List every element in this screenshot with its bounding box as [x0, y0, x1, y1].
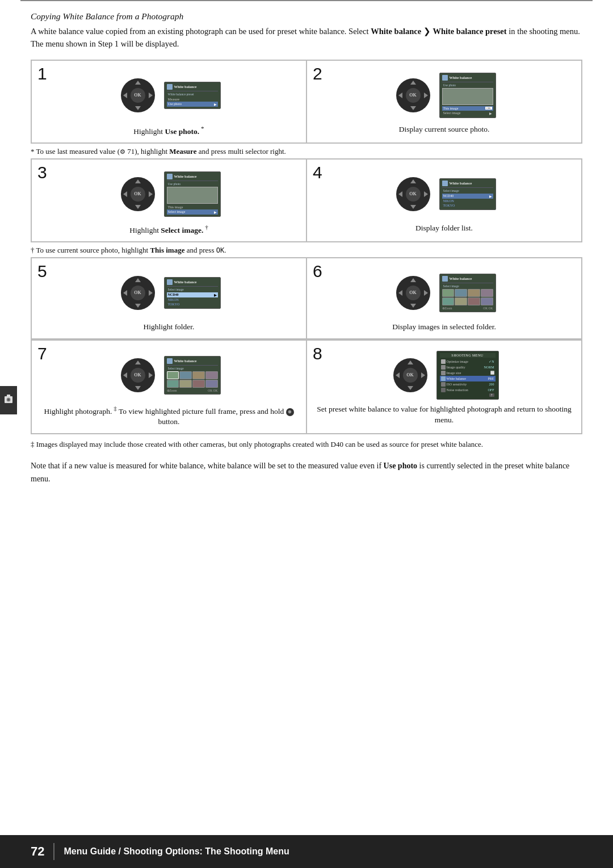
step-7-caption: Highlight photograph. ‡ To view highligh…	[39, 404, 299, 427]
step-5-cell: 5 OK White balance Sele	[31, 258, 306, 339]
step-2-caption: Display current source photo.	[399, 124, 490, 135]
step-4-caption: Display folder list.	[415, 223, 473, 234]
footnote-ddagger: ‡ Images displayed may include those cre…	[31, 439, 582, 450]
footnote-icon: ⚙	[120, 148, 125, 155]
lcd-3-subtitle: Use photo	[167, 182, 218, 186]
dpad-left-7	[123, 372, 127, 378]
step-4-content: OK White balance Select image NCD40 ▶ NI…	[314, 169, 574, 220]
step-2-cell: 2 OK White balance Use	[306, 60, 582, 143]
lcd-3-title: White balance	[174, 174, 197, 178]
step-5-camera-control: OK	[117, 267, 158, 318]
lcd-2-title-row: White balance	[442, 75, 493, 82]
shooting-menu-lcd: SHOOTING MENU Optimize image ✓N Image qu…	[436, 351, 499, 400]
footer-title: Menu Guide / Shooting Options: The Shoot…	[64, 846, 289, 857]
lcd-7-thumb-2	[192, 371, 205, 379]
lcd-7-bottom-bar: ⊕Zoom OK OK	[167, 389, 218, 392]
lcd-7-ok-label: OK OK	[208, 389, 217, 392]
step-8-number: 8	[313, 345, 322, 362]
lcd-7-subtitle: Select image	[167, 367, 218, 370]
lcd-6-bottom-bar: ⊕Zoom OK OK	[442, 307, 493, 310]
step-1-caption: Highlight Use photo. *	[133, 124, 204, 137]
lcd-6-icon	[442, 276, 448, 282]
left-sidebar-tab	[0, 386, 17, 414]
sm-row-4: ISO sensitivity 200	[440, 381, 496, 387]
step-6-cell: 6 OK White balance Sele	[306, 258, 582, 339]
section-title: Copying White Balance from a Photograph	[31, 11, 582, 22]
dpad-left-6	[398, 290, 402, 296]
lcd-4-item-2: TOKYO	[442, 203, 493, 208]
footnote-dagger: † To use current source photo, highlight…	[31, 245, 582, 256]
lcd-7-thumb-4	[167, 380, 179, 388]
step-2-camera-control: OK	[393, 70, 434, 121]
dpad-up-3	[135, 179, 141, 183]
svg-point-3	[7, 399, 10, 401]
footnote-this-image-bold: This image	[150, 246, 184, 254]
dpad-down-4	[410, 205, 416, 209]
lcd-1-subtitle: White balance preset	[167, 93, 218, 96]
lcd-3-title-row: White balance	[167, 174, 218, 181]
step-5-number: 5	[37, 263, 47, 280]
step-8-camera-control: OK	[390, 350, 431, 401]
steps-grid-2: 3 OK White balance Use	[31, 158, 582, 242]
lcd-4-subtitle: Select image	[442, 189, 493, 192]
step-2-number: 2	[313, 65, 322, 82]
lcd-4-item-1: NIKON	[442, 199, 493, 203]
lcd-3-icon	[167, 174, 173, 179]
dpad-right-2	[424, 93, 428, 98]
footer-separator	[53, 843, 54, 860]
sm-label-1: Image quality	[447, 366, 483, 369]
step-1-lcd: White balance White balance preset Measu…	[164, 82, 221, 109]
lcd-6-thumb-0	[442, 289, 455, 297]
sm-value-2: ⬜	[490, 371, 494, 375]
lcd-6-thumb-4	[442, 297, 455, 305]
dpad-right-6	[424, 290, 428, 296]
dpad-left-5	[123, 290, 127, 296]
lcd-5-item-2: TOKYO	[167, 302, 218, 307]
lcd-6-thumb-6	[468, 297, 480, 305]
dpad-left-8	[396, 372, 400, 378]
lcd-6-zoom-label: ⊕Zoom	[442, 307, 452, 310]
lcd-3-item-0: This image	[167, 205, 218, 209]
ok-text: OK	[216, 246, 224, 254]
dpad-up-7	[135, 360, 141, 364]
steps-grid-4: 7 OK White balance Sele	[31, 339, 582, 434]
lcd-2-large-img	[442, 88, 493, 105]
dpad-right-7	[149, 372, 153, 378]
step-6-lcd: White balance Select image ⊕Zo	[439, 274, 496, 312]
lcd-6-title: White balance	[450, 276, 472, 280]
lcd-1-icon	[167, 84, 173, 90]
step-3-sup: †	[203, 224, 208, 230]
dpad-down-2	[410, 106, 416, 110]
step-1-content: OK White balance White balance preset Me…	[39, 70, 299, 121]
dpad-down-6	[410, 304, 416, 308]
dpad-right-5	[149, 290, 153, 296]
lcd-5-item-1: NIKON	[167, 297, 218, 302]
step-4-camera-control: OK	[393, 169, 434, 220]
dpad-up-1	[135, 81, 141, 85]
dpad-ok-1: OK	[131, 88, 145, 103]
lcd-6-thumb-5	[455, 297, 467, 305]
step-3-cell: 3 OK White balance Use	[31, 159, 306, 242]
sm-icon-2	[441, 371, 446, 375]
step-6-number: 6	[313, 263, 322, 280]
step-7-lcd: White balance Select image ⊕Zo	[164, 356, 221, 395]
lcd-4-item-0: NCD40 ▶	[442, 194, 493, 199]
step-3-content: OK White balance Use photo This image Se…	[39, 169, 299, 220]
sm-icon-5	[441, 388, 446, 392]
lcd-2-item-0: This image OK	[442, 106, 493, 111]
svg-rect-1	[7, 395, 10, 397]
lcd-6-title-row: White balance	[442, 276, 493, 283]
lcd-6-thumb-1	[455, 289, 467, 297]
lcd-7-title: White balance	[174, 359, 197, 363]
zoom-btn-icon: ⊕	[286, 408, 294, 416]
step-3-lcd: White balance Use photo This image Selec…	[164, 171, 221, 217]
sm-icon-1	[441, 365, 446, 370]
dpad-left-1	[123, 93, 127, 98]
step-8-cell: 8 OK SHOOTING MENU Optimi	[306, 340, 582, 434]
sm-value-4: 200	[489, 383, 494, 386]
lcd-6-image-grid	[442, 289, 493, 305]
footer-page-number: 72	[31, 844, 44, 859]
dpad-left-3	[123, 191, 127, 197]
dpad-ok-5: OK	[131, 286, 145, 300]
dpad-left-2	[398, 93, 402, 98]
